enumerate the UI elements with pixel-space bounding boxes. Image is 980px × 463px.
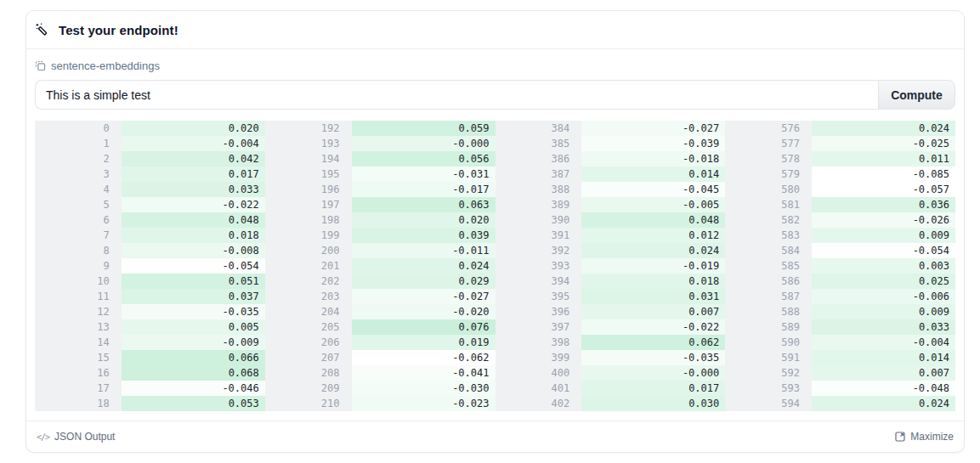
index-cell: 9 <box>35 258 122 274</box>
value-cell: 0.024 <box>812 121 955 136</box>
maximize-icon <box>895 432 905 442</box>
index-cell: 13 <box>35 319 122 335</box>
value-cell: 0.003 <box>812 258 955 274</box>
value-cell: 0.020 <box>352 212 496 228</box>
value-cell: -0.085 <box>812 167 955 182</box>
index-cell: 199 <box>265 228 352 243</box>
index-cell: 210 <box>265 396 352 411</box>
value-cell: 0.019 <box>352 335 496 350</box>
index-cell: 15 <box>35 350 122 365</box>
compute-button[interactable]: Compute <box>878 80 955 110</box>
index-cell: 588 <box>725 304 812 319</box>
index-cell: 401 <box>496 381 582 396</box>
value-cell: -0.035 <box>581 350 725 365</box>
index-cell: 7 <box>35 228 122 243</box>
value-cell: -0.035 <box>122 304 265 319</box>
index-cell: 12 <box>35 304 122 319</box>
index-cell: 194 <box>265 151 352 167</box>
value-cell: 0.012 <box>581 228 725 243</box>
index-cell: 396 <box>496 304 582 319</box>
index-cell: 395 <box>496 289 582 304</box>
value-cell: -0.062 <box>352 350 496 365</box>
value-cell: 0.007 <box>581 304 725 319</box>
value-cell: -0.027 <box>352 289 496 304</box>
index-cell: 386 <box>496 151 582 167</box>
value-cell: 0.066 <box>122 350 265 365</box>
index-cell: 400 <box>496 365 582 381</box>
index-cell: 209 <box>265 381 352 396</box>
index-cell: 585 <box>725 258 812 274</box>
value-cell: -0.006 <box>812 289 955 304</box>
value-cell: -0.048 <box>812 381 955 396</box>
value-cell: 0.017 <box>581 381 725 396</box>
value-cell: 0.033 <box>812 319 955 335</box>
index-cell: 581 <box>725 197 812 212</box>
index-cell: 16 <box>35 365 122 381</box>
value-cell: -0.041 <box>352 365 496 381</box>
card-body: sentence-embeddings Compute 00.0201920.0… <box>26 49 964 412</box>
index-cell: 578 <box>725 151 812 167</box>
value-cell: -0.025 <box>812 136 955 151</box>
value-cell: -0.030 <box>352 381 496 396</box>
index-cell: 394 <box>496 274 582 289</box>
page-title: Test your endpoint! <box>59 23 178 37</box>
index-cell: 14 <box>35 335 122 350</box>
value-cell: -0.000 <box>352 136 496 151</box>
value-cell: 0.024 <box>581 243 725 258</box>
card-header: Test your endpoint! <box>26 11 964 49</box>
index-cell: 205 <box>265 319 352 335</box>
index-cell: 18 <box>35 396 122 411</box>
index-cell: 3 <box>35 167 122 182</box>
index-cell: 593 <box>725 381 812 396</box>
value-cell: -0.020 <box>352 304 496 319</box>
value-cell: 0.076 <box>352 319 496 335</box>
maximize-button[interactable]: Maximize <box>895 431 954 443</box>
value-cell: -0.031 <box>352 167 496 182</box>
index-cell: 391 <box>496 228 582 243</box>
value-cell: -0.039 <box>581 136 725 151</box>
value-cell: -0.005 <box>581 197 725 212</box>
magic-wand-icon <box>35 22 50 37</box>
index-cell: 402 <box>496 396 582 411</box>
index-cell: 579 <box>725 167 812 182</box>
value-cell: -0.023 <box>352 396 496 411</box>
index-cell: 387 <box>496 167 582 182</box>
value-cell: -0.026 <box>812 212 955 228</box>
index-cell: 399 <box>496 350 582 365</box>
index-cell: 8 <box>35 243 122 258</box>
value-cell: 0.059 <box>352 121 496 136</box>
index-cell: 195 <box>265 167 352 182</box>
value-cell: 0.051 <box>122 274 265 289</box>
json-output-toggle[interactable]: </> JSON Output <box>37 431 115 443</box>
index-cell: 198 <box>265 212 352 228</box>
index-cell: 393 <box>496 258 582 274</box>
index-cell: 1 <box>35 136 122 151</box>
value-cell: 0.007 <box>812 365 955 381</box>
index-cell: 388 <box>496 182 582 197</box>
value-cell: 0.031 <box>581 289 725 304</box>
value-cell: 0.039 <box>352 228 496 243</box>
value-cell: 0.011 <box>812 151 955 167</box>
index-cell: 5 <box>35 197 122 212</box>
value-cell: 0.025 <box>812 274 955 289</box>
value-cell: 0.014 <box>581 167 725 182</box>
index-cell: 201 <box>265 258 352 274</box>
value-cell: 0.018 <box>581 274 725 289</box>
value-cell: -0.009 <box>122 335 265 350</box>
value-cell: 0.068 <box>122 365 265 381</box>
value-cell: 0.020 <box>122 121 265 136</box>
value-cell: -0.046 <box>122 381 265 396</box>
value-cell: -0.018 <box>581 151 725 167</box>
value-cell: 0.037 <box>122 289 265 304</box>
value-cell: 0.033 <box>122 182 265 197</box>
index-cell: 17 <box>35 381 122 396</box>
model-name-row: sentence-embeddings <box>35 59 955 72</box>
index-cell: 204 <box>265 304 352 319</box>
inference-text-input[interactable] <box>35 80 878 110</box>
index-cell: 207 <box>265 350 352 365</box>
value-cell: 0.062 <box>581 335 725 350</box>
value-cell: 0.048 <box>122 212 265 228</box>
index-cell: 576 <box>725 121 812 136</box>
embeddings-output[interactable]: 00.0201920.059384-0.0275760.0241-0.00419… <box>35 121 955 411</box>
index-cell: 587 <box>725 289 812 304</box>
